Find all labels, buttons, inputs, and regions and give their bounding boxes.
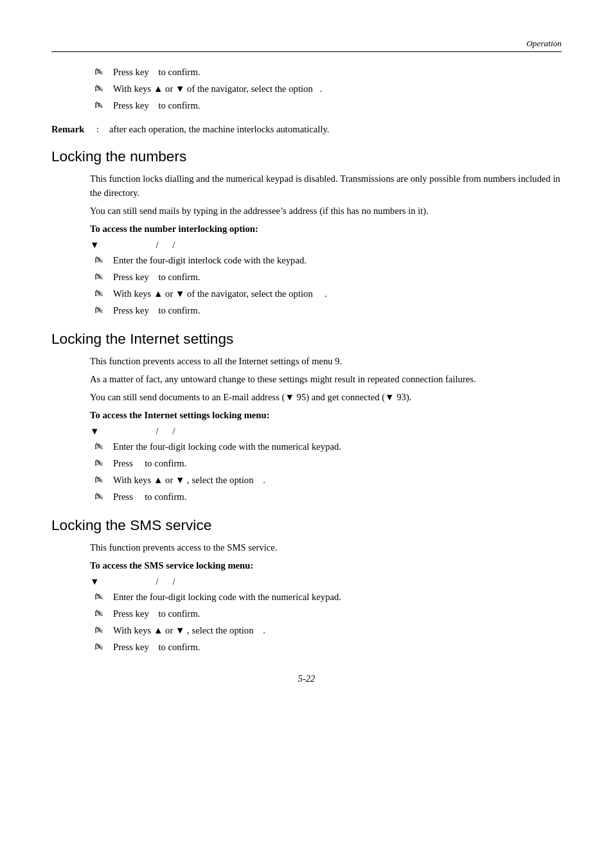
header-text: Operation (526, 39, 562, 49)
section1-title: Locking the numbers (51, 148, 562, 165)
s3-instruction-2: 🖎 Press key to confirm. (90, 607, 562, 621)
remark-label: Remark (51, 124, 96, 135)
s3-instruction-4: 🖎 Press key to confirm. (90, 640, 562, 654)
page-header: Operation (51, 39, 562, 52)
s2-instruction-2: 🖎 Press to confirm. (90, 456, 562, 470)
section3-access-label: To access the SMS service locking menu: (90, 558, 562, 572)
section-locking-internet: Locking the Internet settings This funct… (51, 330, 562, 504)
hand-icon-s2-4: 🖎 (90, 492, 108, 502)
section3-access-label-text: To access the SMS service locking menu: (90, 560, 253, 571)
s1-instruction-text-1: Enter the four-digit interlock code with… (113, 253, 306, 267)
page-number: 5-22 (51, 673, 562, 684)
s2-instruction-text-2: Press to confirm. (113, 456, 186, 470)
section3-para1: This function prevents access to the SMS… (90, 540, 562, 554)
hand-icon-s3-2: 🖎 (90, 609, 108, 619)
section3-access-arrow: ▼ / / (90, 576, 175, 587)
section1-access-label-text: To access the number interlocking option… (90, 224, 258, 234)
top-instruction-text-2: With keys ▲ or ▼ of the navigator, selec… (113, 82, 322, 96)
hand-icon-s2-3: 🖎 (90, 475, 108, 485)
s2-instruction-1: 🖎 Enter the four-digit locking code with… (90, 439, 562, 454)
s2-instruction-text-4: Press to confirm. (113, 490, 186, 504)
section1-para1: This function locks dialling and the num… (90, 172, 562, 200)
hand-icon-s2-2: 🖎 (90, 459, 108, 468)
top-instruction-text-1: Press key to confirm. (113, 65, 200, 79)
section3-access-line: ▼ / / (90, 576, 562, 587)
section2-para2: As a matter of fact, any untoward change… (90, 372, 562, 386)
s3-instruction-3: 🖎 With keys ▲ or ▼ , select the option . (90, 623, 562, 637)
section2-access-line: ▼ / / (90, 426, 562, 437)
section1-access-label: To access the number interlocking option… (90, 222, 562, 236)
section2-para3: You can still send documents to an E-mai… (90, 390, 562, 404)
section1-access-arrow: ▼ / / (90, 240, 175, 251)
hand-icon-2: 🖎 (90, 84, 108, 94)
s1-instruction-text-3: With keys ▲ or ▼ of the navigator, selec… (113, 287, 327, 301)
hand-icon-s3-4: 🖎 (90, 642, 108, 652)
top-instruction-text-3: Press key to confirm. (113, 98, 200, 112)
s2-instruction-3: 🖎 With keys ▲ or ▼ , select the option . (90, 473, 562, 487)
s3-instruction-text-4: Press key to confirm. (113, 640, 200, 654)
section-locking-sms: Locking the SMS service This function pr… (51, 517, 562, 654)
hand-icon-1: 🖎 (90, 67, 108, 77)
section2-para1: This function prevents access to all the… (90, 354, 562, 368)
s1-instruction-text-2: Press key to confirm. (113, 270, 200, 284)
section1-para2: You can still send mails by typing in th… (90, 204, 562, 218)
section2-access-label: To access the Internet settings locking … (90, 408, 562, 422)
top-instruction-3: 🖎 Press key to confirm. (90, 98, 562, 112)
hand-icon-s1-2: 🖎 (90, 272, 108, 282)
s3-instruction-1: 🖎 Enter the four-digit locking code with… (90, 590, 562, 604)
hand-icon-3: 🖎 (90, 101, 108, 111)
hand-icon-s1-3: 🖎 (90, 289, 108, 299)
s1-instruction-3: 🖎 With keys ▲ or ▼ of the navigator, sel… (90, 287, 562, 301)
hand-icon-s1-1: 🖎 (90, 256, 108, 265)
top-instruction-2: 🖎 With keys ▲ or ▼ of the navigator, sel… (90, 82, 562, 96)
page-number-text: 5-22 (298, 673, 315, 684)
s1-instruction-4: 🖎 Press key to confirm. (90, 303, 562, 317)
remark-text: after each operation, the machine interl… (109, 124, 330, 135)
hand-icon-s1-4: 🖎 (90, 306, 108, 315)
top-instruction-1: 🖎 Press key to confirm. (90, 65, 562, 79)
remark-row: Remark : after each operation, the machi… (51, 124, 562, 135)
page: Operation 🖎 Press key to confirm. 🖎 With… (0, 0, 613, 868)
s3-instruction-text-2: Press key to confirm. (113, 607, 200, 621)
section1-access-line: ▼ / / (90, 240, 562, 251)
section-locking-numbers: Locking the numbers This function locks … (51, 148, 562, 317)
s3-instruction-text-3: With keys ▲ or ▼ , select the option . (113, 623, 265, 637)
section2-title: Locking the Internet settings (51, 330, 562, 348)
hand-icon-s2-1: 🖎 (90, 442, 108, 452)
section2-access-arrow: ▼ / / (90, 426, 175, 437)
hand-icon-s3-3: 🖎 (90, 626, 108, 635)
section2-access-label-text: To access the Internet settings locking … (90, 410, 270, 420)
hand-icon-s3-1: 🖎 (90, 592, 108, 602)
s1-instruction-text-4: Press key to confirm. (113, 303, 200, 317)
s2-instruction-text-1: Enter the four-digit locking code with t… (113, 439, 341, 454)
s2-instruction-4: 🖎 Press to confirm. (90, 490, 562, 504)
s2-instruction-text-3: With keys ▲ or ▼ , select the option . (113, 473, 265, 487)
s3-instruction-text-1: Enter the four-digit locking code with t… (113, 590, 341, 604)
s1-instruction-1: 🖎 Enter the four-digit interlock code wi… (90, 253, 562, 267)
s1-instruction-2: 🖎 Press key to confirm. (90, 270, 562, 284)
section3-title: Locking the SMS service (51, 517, 562, 534)
remark-colon: : (96, 124, 109, 135)
